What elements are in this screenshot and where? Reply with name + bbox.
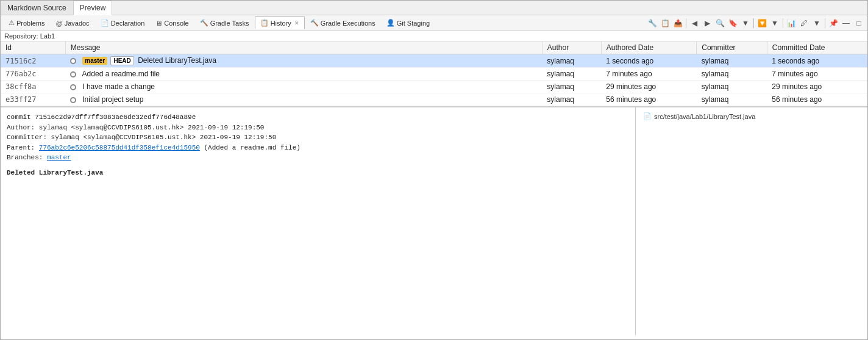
- toolbar-btn-minimize[interactable]: —: [840, 17, 852, 29]
- toolbar-btn-filter[interactable]: 🔽: [756, 17, 768, 29]
- toolbar-btn-forward[interactable]: ▶: [701, 17, 713, 29]
- col-author: Author: [542, 42, 601, 54]
- tab-history[interactable]: 📋 History ✕: [255, 16, 305, 29]
- history-close-icon[interactable]: ✕: [294, 20, 299, 26]
- cell-committed-date: 29 minutes ago: [767, 81, 867, 93]
- tab-gradle-executions[interactable]: 🔨 Gradle Executions: [305, 16, 381, 29]
- tab-markdown-source[interactable]: Markdown Source: [1, 1, 73, 15]
- javadoc-icon: @: [55, 20, 62, 27]
- cell-authored-date: 7 minutes ago: [601, 68, 697, 81]
- toolbar-btn-edit[interactable]: 🖊: [798, 17, 810, 29]
- console-icon: 🖥: [155, 20, 162, 27]
- tab-console-label: Console: [164, 20, 188, 27]
- commit-detail-panel: commit 71516c2d97dff7ff3083ae6de32edf776…: [1, 107, 636, 335]
- toolbar-btn-pin[interactable]: 📌: [827, 17, 839, 29]
- tab-console[interactable]: 🖥 Console: [150, 17, 194, 29]
- parent-desc: (Added a readme.md file): [204, 144, 300, 151]
- list-item[interactable]: 📄 src/test/java/Lab1/LibraryTest.java: [641, 111, 863, 121]
- file-path: src/test/java/Lab1/LibraryTest.java: [654, 113, 755, 120]
- toolbar-btn-2[interactable]: 📋: [659, 17, 671, 29]
- cell-committer: sylamaq: [697, 93, 767, 106]
- cell-committed-date: 1 seconds ago: [767, 54, 867, 68]
- tab-gradle-tasks[interactable]: 🔨 Gradle Tasks: [194, 16, 255, 29]
- table-row[interactable]: 38cff8a I have made a change sylamaq 29 …: [1, 81, 867, 93]
- graph-dot: [70, 84, 76, 90]
- tab-preview[interactable]: Preview: [73, 1, 113, 15]
- col-message: Message: [65, 42, 542, 54]
- table-row[interactable]: 71516c2 master HEAD Deleted LibraryTest.…: [1, 54, 867, 68]
- commit-branches: Branches: master: [7, 153, 629, 163]
- tool-tab-bar: ⚠ Problems @ Javadoc 📄 Declaration 🖥 Con…: [1, 15, 867, 31]
- graph-dot: [70, 71, 76, 78]
- toolbar-btn-3[interactable]: 📤: [672, 17, 684, 29]
- cell-committer: sylamaq: [697, 54, 767, 68]
- commit-table-area: Id Message Author Authored Date Committe…: [1, 42, 867, 107]
- col-committer: Committer: [697, 42, 767, 54]
- tab-declaration[interactable]: 📄 Declaration: [95, 16, 151, 29]
- git-staging-icon: 👤: [386, 19, 395, 27]
- gradle-tasks-icon: 🔨: [200, 19, 208, 27]
- table-row[interactable]: 776ab2c Added a readme.md file sylamaq 7…: [1, 68, 867, 81]
- cell-author: sylamaq: [542, 68, 601, 81]
- tab-git-staging-label: Git Staging: [397, 20, 430, 27]
- toolbar-sep-4: [825, 18, 825, 28]
- commit-message-text: I have made a change: [82, 82, 155, 91]
- repo-label: Repository: Lab1: [1, 31, 867, 42]
- toolbar-btn-search[interactable]: 🔍: [714, 17, 726, 29]
- tab-git-staging[interactable]: 👤 Git Staging: [381, 16, 435, 29]
- cell-id: 38cff8a: [1, 81, 65, 93]
- tab-gradle-executions-label: Gradle Executions: [321, 20, 375, 27]
- parent-hash-link[interactable]: 776ab2c6e5206c58875dd41df358ef1ce4d15950: [39, 144, 200, 151]
- branch-link[interactable]: master: [47, 154, 71, 161]
- toolbar-btn-bookmark[interactable]: 🔖: [727, 17, 739, 29]
- graph-dot: [70, 58, 76, 64]
- tab-javadoc-label: Javadoc: [65, 20, 90, 27]
- cell-id: 776ab2c: [1, 68, 65, 81]
- history-icon: 📋: [260, 19, 269, 27]
- commit-author: Author: sylamaq <sylamaq@CCVDIPS6105.ust…: [7, 123, 629, 133]
- toolbar-btn-dropdown3[interactable]: ▼: [811, 17, 823, 29]
- col-id: Id: [1, 42, 65, 54]
- toolbar-sep-2: [753, 18, 754, 28]
- bottom-panels: commit 71516c2d97dff7ff3083ae6de32edf776…: [1, 107, 867, 335]
- cell-author: sylamaq: [542, 81, 601, 93]
- toolbar-btn-dropdown2[interactable]: ▼: [769, 17, 781, 29]
- gradle-exec-icon: 🔨: [310, 19, 319, 27]
- tab-javadoc[interactable]: @ Javadoc: [50, 17, 94, 29]
- cell-committed-date: 56 minutes ago: [767, 93, 867, 106]
- toolbar-btn-dropdown1[interactable]: ▼: [739, 17, 752, 29]
- toolbar-btn-chart[interactable]: 📊: [785, 17, 797, 29]
- toolbar-btn-maximize[interactable]: □: [853, 17, 865, 29]
- file-list-panel: 📄 src/test/java/Lab1/LibraryTest.java: [636, 107, 867, 335]
- main-content: Id Message Author Authored Date Committe…: [1, 42, 867, 335]
- commit-message-text: Deleted LibraryTest.java: [138, 56, 216, 65]
- tab-problems-label: Problems: [16, 20, 44, 27]
- cell-authored-date: 1 seconds ago: [601, 54, 697, 68]
- cell-message: I have made a change: [65, 81, 542, 93]
- problems-icon: ⚠: [9, 19, 15, 27]
- table-row[interactable]: e33ff27 Initial project setup sylamaq 56…: [1, 93, 867, 106]
- commit-hash: commit 71516c2d97dff7ff3083ae6de32edf776…: [7, 112, 629, 123]
- cell-author: sylamaq: [542, 93, 601, 106]
- badge-master: master: [82, 57, 107, 65]
- cell-message: Added a readme.md file: [65, 68, 542, 81]
- cell-authored-date: 56 minutes ago: [601, 93, 697, 106]
- col-committed-date: Committed Date: [767, 42, 867, 54]
- toolbar-btn-back[interactable]: ◀: [688, 17, 700, 29]
- col-authored-date: Authored Date: [601, 42, 697, 54]
- main-window: Markdown Source Preview ⚠ Problems @ Jav…: [0, 0, 868, 340]
- toolbar-btn-1[interactable]: 🔧: [646, 17, 658, 29]
- badge-head: HEAD: [110, 56, 133, 65]
- toolbar-sep-3: [783, 18, 783, 28]
- top-tab-bar: Markdown Source Preview: [1, 1, 867, 15]
- cell-id: 71516c2: [1, 54, 65, 68]
- table-header-row: Id Message Author Authored Date Committe…: [1, 42, 867, 54]
- tab-problems[interactable]: ⚠ Problems: [3, 16, 50, 29]
- tab-history-label: History: [271, 20, 291, 27]
- commit-message-text: Initial project setup: [82, 95, 143, 104]
- parent-label: Parent:: [7, 144, 39, 151]
- tab-gradle-tasks-label: Gradle Tasks: [210, 20, 249, 27]
- commit-message-bold: Deleted LibraryTest.java: [7, 168, 629, 178]
- cell-id: e33ff27: [1, 93, 65, 106]
- cell-committer: sylamaq: [697, 68, 767, 81]
